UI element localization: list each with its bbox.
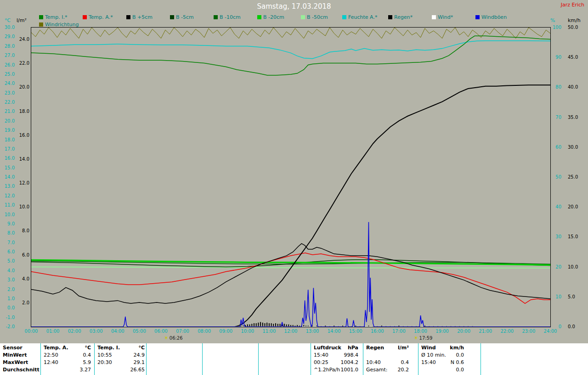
table-value-cell: 1004.2 [314,359,358,366]
legend-item-b-10cm: B -10cm [214,14,241,20]
time-axis-label: 10:00 [238,329,257,334]
wind-axis-label: 50.0 [568,25,583,30]
time-axis-label: 09:00 [217,329,235,334]
time-axis-label: 21:00 [476,329,495,334]
rain-axis-label: 8.0 [16,228,29,234]
legend-item-b-5cm: B +5cm [126,14,153,20]
table-value-cell: 24.9 [97,352,145,358]
temp-axis-label: 5.0 [1,258,15,264]
right-axis-unit-kmh: km/h [568,17,581,23]
legend-item-regen-: Regen* [388,14,413,20]
rain-axis-label: 16.0 [16,133,29,138]
humidity-axis-label: 40 [551,204,561,210]
table-value-cell: 29.1 [97,359,145,366]
table-value-cell: 20.2 [366,367,409,373]
series-windb-en [31,222,550,327]
temp-axis-label: 10.0 [1,212,15,218]
table-divider [146,343,147,375]
time-axis-label: 00:00 [22,329,40,334]
humidity-axis-label: 70 [551,115,561,120]
legend-swatch [301,15,305,19]
temp-axis-label: 18.0 [1,137,15,143]
legend-label: Wind* [438,14,453,20]
table-value-cell: 5.9 [44,359,91,366]
wind-axis-label: 10.0 [568,264,583,270]
legend-item-temp-a-: Temp. A.* [83,14,113,20]
rain-axis-label: 22.0 [16,61,29,66]
temp-axis-label: 0.0 [1,305,15,311]
rain-bar [258,323,259,327]
legend-swatch [39,15,43,19]
rain-axis-label: 18.0 [16,109,29,114]
wind-axis-label: 0.0 [568,324,583,330]
temp-axis-label: 30.0 [1,25,15,30]
wind-axis-label: 25.0 [568,174,583,180]
legend-swatch [388,15,392,19]
weather-day-chart: Samstag, 17.03.2018 Jarz Erich °C l/m² %… [0,0,588,375]
humidity-axis-label: 60 [551,145,561,150]
series-temp-i- [31,36,550,75]
humidity-axis-label: 100 [551,25,561,30]
table-group-unit: °C [97,345,145,351]
rain-axis-label: 6.0 [16,252,29,258]
temp-axis-label: 29.0 [1,34,15,39]
wind-axis-label: 30.0 [568,145,583,150]
legend-label: Regen* [394,14,413,20]
temp-axis-label: 14.0 [1,174,15,180]
temp-axis-label: -1.0 [1,315,15,320]
time-axis-label: 02:00 [65,329,84,334]
time-axis-label: 08:00 [195,329,214,334]
humidity-axis-label: 90 [551,55,561,60]
temp-axis-label: 13.0 [1,184,15,189]
temp-axis-label: 19.0 [1,128,15,133]
legend-label: Windböen [481,14,507,20]
legend-label: B -50cm [307,14,328,20]
rain-bar [266,323,267,327]
legend-item-feuchte-a-: Feuchte A.* [342,14,377,20]
rain-axis-label: 20.0 [16,84,29,90]
temp-axis-label: 6.0 [1,249,15,255]
temp-axis-label: 15.0 [1,165,15,171]
sunrise-marker-time: 06:26 [170,336,183,341]
table-row-label: MinWert [3,352,40,358]
temp-axis-label: 23.0 [1,90,15,96]
temp-axis-label: 25.0 [1,72,15,77]
legend-label: Feuchte A.* [348,14,377,20]
rain-axis-label: 4.0 [16,276,29,282]
table-group-unit: l/m² [366,345,409,351]
table-value-cell: 998.4 [314,352,358,358]
legend-item-wind-: Wind* [432,14,453,20]
time-axis-label: 20:00 [455,329,473,334]
legend-item-temp-i-: Temp. I.* [39,14,68,20]
legend-swatch [475,15,480,19]
chart-canvas [31,28,550,327]
table-value-cell: 0.4 [366,359,409,366]
time-axis-label: 06:00 [152,329,170,334]
table-divider [418,343,418,375]
legend-item-b-5cm: B -5cm [170,14,194,20]
rain-bar [260,322,261,327]
temp-axis-label: 2.0 [1,287,15,292]
legend-label: B -10cm [220,14,241,20]
sunrise-marker: ☀06:26 [164,335,183,341]
time-axis-label: 01:00 [44,329,62,334]
sun-icon: ☀ [164,335,169,341]
table-divider [311,343,311,375]
temp-axis-label: 12.0 [1,193,15,199]
left-axis-unit-c: °C [5,17,11,23]
table-divider [481,343,481,375]
legend-swatch [214,15,218,19]
humidity-axis-label: 50 [551,174,561,180]
temp-axis-label: 16.0 [1,156,15,161]
legend-label: Temp. I.* [45,14,68,20]
temp-axis-label: 17.0 [1,146,15,152]
legend-swatch [170,15,174,19]
legend-swatch [257,15,261,19]
wind-axis-label: 20.0 [568,204,583,210]
legend-label: B -5cm [176,14,194,20]
table-divider [94,343,95,375]
table-group-unit: km/h [421,345,464,351]
temp-axis-label: 22.0 [1,100,15,105]
time-axis-label: 22:00 [498,329,516,334]
temp-axis-label: 11.0 [1,202,15,208]
